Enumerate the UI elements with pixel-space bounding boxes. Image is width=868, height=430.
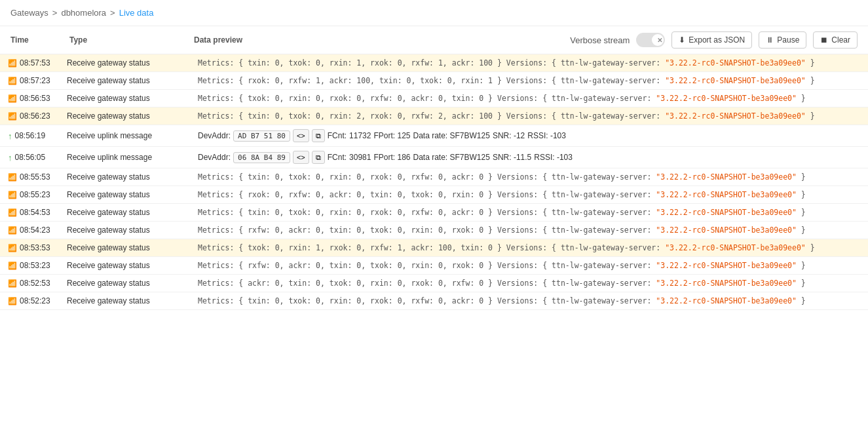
devaddr-label: DevAddr:: [198, 131, 231, 140]
version-link: "3.22.2-rc0-SNAPSHOT-be3a09ee0": [665, 58, 806, 68]
version-link: "3.22.2-rc0-SNAPSHOT-be3a09ee0": [665, 243, 806, 252]
time-cell: 📶08:52:53: [0, 275, 59, 292]
version-link: "3.22.2-rc0-SNAPSHOT-be3a09ee0": [656, 94, 797, 103]
table-row: 📶08:57:23Receive gateway statusMetrics: …: [0, 72, 868, 90]
type-cell: Receive gateway status: [59, 186, 190, 204]
pause-label: Pause: [777, 35, 799, 45]
time-value: 08:57:23: [20, 76, 50, 85]
time-cell: ↑08:56:19: [0, 125, 59, 147]
type-cell: Receive gateway status: [59, 222, 190, 239]
time-cell: 📶08:57:53: [0, 54, 59, 72]
table-row: 📶08:57:53Receive gateway statusMetrics: …: [0, 54, 868, 72]
table-row: ↑08:56:05Receive uplink messageDevAddr:0…: [0, 147, 868, 168]
type-cell: Receive gateway status: [59, 72, 190, 90]
verbose-stream-label: Verbose stream: [570, 35, 630, 45]
version-link: "3.22.2-rc0-SNAPSHOT-be3a09ee0": [656, 225, 797, 235]
type-cell: Receive gateway status: [59, 239, 190, 257]
type-cell: Receive gateway status: [59, 275, 190, 292]
pause-button[interactable]: ⏸ Pause: [759, 31, 806, 49]
pause-icon: ⏸: [766, 35, 774, 45]
breadcrumb-gateways[interactable]: Gateways: [10, 8, 48, 18]
toolbar-actions: Verbose stream ✕ ⬇ Export as JSON ⏸ Paus…: [570, 31, 858, 49]
verbose-toggle[interactable]: ✕: [636, 33, 665, 47]
table-row: 📶08:55:53Receive gateway statusMetrics: …: [0, 168, 868, 186]
type-cell: Receive gateway status: [59, 168, 190, 186]
version-link: "3.22.2-rc0-SNAPSHOT-be3a09ee0": [665, 111, 806, 121]
time-cell: 📶08:57:23: [0, 72, 59, 90]
type-cell: Receive gateway status: [59, 108, 190, 125]
preview-text: Metrics: { txin: 0, txok: 0, rxin: 0, rx…: [198, 172, 806, 182]
clear-label: Clear: [831, 35, 850, 45]
wifi-icon: 📶: [8, 112, 17, 121]
copy-button[interactable]: ⧉: [312, 129, 325, 142]
wifi-icon: 📶: [8, 94, 17, 103]
table-body: 📶08:57:53Receive gateway statusMetrics: …: [0, 54, 868, 310]
preview-text: Metrics: { ackr: 0, txin: 0, txok: 0, rx…: [198, 279, 806, 288]
time-value: 08:56:53: [20, 94, 50, 103]
version-link: "3.22.2-rc0-SNAPSHOT-be3a09ee0": [656, 296, 797, 305]
preview-cell: Metrics: { txin: 0, txok: 0, rxin: 1, rx…: [190, 54, 868, 72]
time-value: 08:56:23: [20, 111, 50, 121]
uplink-icon: ↑: [8, 153, 12, 163]
table-row: 📶08:52:23Receive gateway statusMetrics: …: [0, 292, 868, 310]
rssi-label: RSSI: -103: [534, 153, 573, 162]
col-preview-header: Data preview: [194, 35, 242, 45]
type-cell: Receive uplink message: [59, 125, 190, 147]
time-cell: ↑08:56:05: [0, 147, 59, 168]
preview-text: Metrics: { rxok: 0, rxfw: 0, ackr: 0, tx…: [198, 190, 806, 199]
preview-cell: Metrics: { rxok: 0, rxfw: 0, ackr: 0, tx…: [190, 186, 868, 204]
fcnt-label: FCnt:: [328, 153, 347, 162]
time-value: 08:54:23: [20, 225, 50, 235]
time-cell: 📶08:54:23: [0, 222, 59, 239]
wifi-icon: 📶: [8, 77, 17, 85]
table-row: 📶08:53:23Receive gateway statusMetrics: …: [0, 257, 868, 275]
preview-cell: Metrics: { txok: 0, rxin: 1, rxok: 0, rx…: [190, 239, 868, 257]
fport-label: FPort: 186: [373, 153, 410, 162]
version-link: "3.22.2-rc0-SNAPSHOT-be3a09ee0": [656, 261, 797, 270]
table-row: ↑08:56:19Receive uplink messageDevAddr:A…: [0, 125, 868, 147]
preview-cell: DevAddr:06 8A B4 89<>⧉FCnt:30981FPort: 1…: [190, 147, 868, 168]
clear-button[interactable]: ⏹ Clear: [813, 31, 858, 49]
breadcrumb-sep2: >: [110, 8, 115, 18]
uplink-preview: DevAddr:AD B7 51 80<>⧉FCnt:11732FPort: 1…: [198, 129, 860, 142]
preview-text: Metrics: { txin: 0, txok: 0, rxin: 0, rx…: [198, 296, 806, 305]
table-row: 📶08:55:23Receive gateway statusMetrics: …: [0, 186, 868, 204]
code-button[interactable]: <>: [293, 129, 309, 142]
wifi-icon: 📶: [8, 244, 17, 252]
preview-text: Metrics: { rxfw: 0, ackr: 0, txin: 0, tx…: [198, 225, 806, 235]
time-value: 08:52:23: [20, 296, 50, 305]
preview-text: Metrics: { txin: 0, txok: 0, rxin: 1, rx…: [198, 58, 815, 68]
export-json-button[interactable]: ⬇ Export as JSON: [671, 31, 752, 49]
devaddr-label: DevAddr:: [198, 153, 231, 162]
column-headers: Time Type Data preview: [10, 35, 242, 45]
col-type-header: Type: [69, 35, 181, 45]
time-cell: 📶08:55:23: [0, 186, 59, 204]
fcnt-label: FCnt:: [328, 131, 347, 140]
stop-icon: ⏹: [820, 35, 828, 45]
fcnt-value: 30981: [349, 153, 371, 162]
preview-cell: Metrics: { txin: 0, txok: 0, rxin: 0, rx…: [190, 204, 868, 222]
preview-text: Metrics: { rxfw: 0, ackr: 0, txin: 0, tx…: [198, 261, 806, 270]
time-cell: 📶08:56:23: [0, 108, 59, 125]
devaddr-value: AD B7 51 80: [233, 130, 290, 142]
datarate-label: Data rate: SF7BW125: [413, 131, 490, 140]
export-label: Export as JSON: [689, 35, 745, 45]
table-row: 📶08:54:23Receive gateway statusMetrics: …: [0, 222, 868, 239]
datarate-label: Data rate: SF7BW125: [413, 153, 490, 162]
preview-cell: Metrics: { rxfw: 0, ackr: 0, txin: 0, tx…: [190, 222, 868, 239]
breadcrumb-gateway[interactable]: dbhomelora: [61, 8, 106, 18]
preview-text: Metrics: { txin: 0, txok: 0, rxin: 2, rx…: [198, 111, 815, 121]
data-stream-container: 📶08:57:53Receive gateway statusMetrics: …: [0, 54, 868, 310]
time-value: 08:55:53: [20, 172, 50, 182]
devaddr-value: 06 8A B4 89: [233, 152, 290, 163]
snr-label: SNR: -12: [493, 131, 525, 140]
version-link: "3.22.2-rc0-SNAPSHOT-be3a09ee0": [656, 172, 797, 182]
table-row: 📶08:56:53Receive gateway statusMetrics: …: [0, 90, 868, 108]
breadcrumb-current: Live data: [119, 8, 154, 18]
code-button[interactable]: <>: [293, 151, 309, 164]
time-value: 08:52:53: [20, 279, 50, 288]
table-row: 📶08:54:53Receive gateway statusMetrics: …: [0, 204, 868, 222]
col-time-header: Time: [10, 35, 56, 45]
copy-button[interactable]: ⧉: [312, 151, 325, 164]
time-cell: 📶08:55:53: [0, 168, 59, 186]
